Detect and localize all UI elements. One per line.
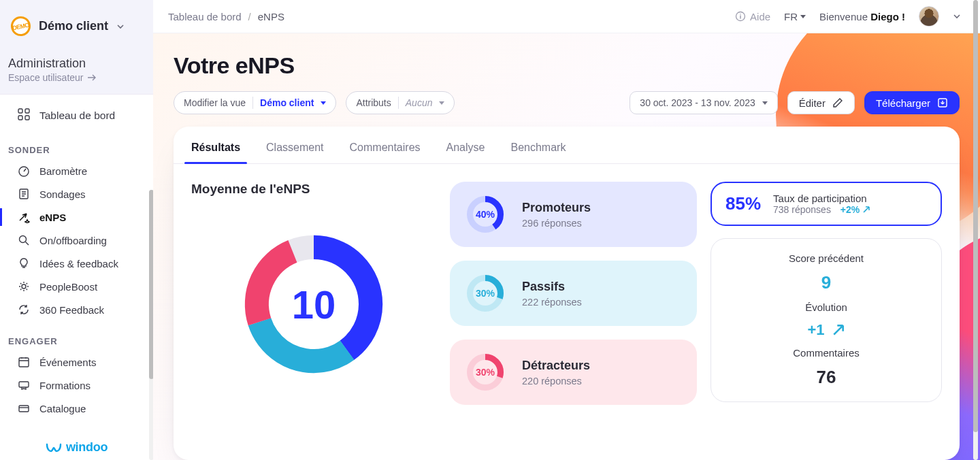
participation-pct: 85% [725, 193, 761, 214]
sidebar-item-evenements[interactable]: Événements [0, 350, 153, 374]
enps-score: 10 [239, 229, 389, 379]
magnify-icon [18, 234, 30, 246]
sidebar-item-label: Sondages [39, 188, 86, 200]
passifs-pct: 30% [465, 273, 506, 314]
caret-down-icon [762, 101, 768, 105]
sidebar-item-label: Baromètre [39, 165, 87, 177]
attribute-selector-label: Attributs [356, 97, 391, 108]
user-space-link[interactable]: Espace utilisateur [8, 72, 145, 83]
tab-analyse[interactable]: Analyse [446, 135, 485, 163]
detracteurs-pct: 30% [465, 352, 506, 393]
promoteurs-responses: 296 réponses [522, 218, 591, 229]
lang-label: FR [784, 11, 798, 22]
refresh-icon [18, 303, 30, 316]
topbar: Tableau de bord / eNPS Aide FR Bienvenue… [153, 0, 980, 33]
sidebar-item-formations[interactable]: Formations [0, 374, 153, 397]
sidebar-item-label: Catalogue [39, 403, 86, 414]
enps-average-block: Moyenne de l'eNPS [191, 182, 436, 405]
sidebar-item-ideas[interactable]: Idées & feedback [0, 252, 153, 275]
edit-button-label: Éditer [799, 97, 826, 109]
prev-score-label: Score précédent [725, 252, 928, 264]
sidebar-item-enps[interactable]: eNPS [0, 206, 153, 229]
arrow-right-icon [86, 72, 97, 83]
org-badge-icon: DEMO [9, 14, 32, 37]
caret-down-icon [439, 101, 444, 105]
svg-point-6 [20, 236, 27, 243]
sidebar-item-360feedback[interactable]: 360 Feedback [0, 298, 153, 321]
detracteurs-mini-donut: 30% [465, 352, 506, 393]
language-switcher[interactable]: FR [784, 11, 806, 22]
sidebar-item-barometre[interactable]: Baromètre [0, 159, 153, 182]
sidebar-item-label: Tableau de bord [39, 110, 115, 122]
sidebar-item-label: eNPS [39, 212, 66, 223]
survey-icon [18, 188, 30, 200]
help-label: Aide [750, 11, 770, 22]
evolution-label: Évolution [725, 301, 928, 313]
participation-delta: +2% [840, 204, 870, 215]
metric-passifs: 30% Passifs 222 réponses [450, 261, 697, 326]
participation-card: 85% Taux de participation 738 réponses +… [710, 182, 942, 226]
promoteurs-label: Promoteurs [522, 201, 591, 215]
nav-heading-sonder: SONDER [0, 130, 153, 159]
participation-label: Taux de participation [773, 193, 870, 204]
sidebar-item-onoffboarding[interactable]: On/offboarding [0, 229, 153, 252]
sidebar-item-dashboard[interactable]: Tableau de bord [0, 95, 153, 130]
welcome-prefix: Bienvenue [819, 11, 870, 22]
passifs-mini-donut: 30% [465, 273, 506, 314]
tab-commentaires[interactable]: Commentaires [350, 135, 421, 163]
participation-responses: 738 réponses [773, 204, 831, 215]
participation-sub: 738 réponses +2% [773, 204, 870, 215]
svg-rect-9 [19, 382, 29, 387]
edit-button[interactable]: Éditer [787, 91, 855, 114]
participation-delta-value: +2% [840, 204, 860, 215]
admin-block: Administration Espace utilisateur [0, 50, 153, 95]
brand-logo: windoo [0, 440, 153, 455]
summary-column: 85% Taux de participation 738 réponses +… [710, 182, 942, 405]
sidebar-item-sondages[interactable]: Sondages [0, 182, 153, 206]
detracteurs-responses: 220 réponses [522, 376, 590, 387]
chevron-down-icon[interactable] [953, 12, 961, 20]
sidebar-item-catalogue[interactable]: Catalogue [0, 397, 153, 420]
svg-rect-10 [19, 406, 29, 412]
sidebar-item-label: On/offboarding [39, 235, 107, 246]
org-switcher[interactable]: DEMO Démo client [0, 0, 153, 50]
separator [398, 97, 399, 109]
chevron-down-icon [116, 22, 125, 31]
svg-rect-3 [25, 116, 29, 120]
download-button-label: Télécharger [876, 97, 930, 109]
welcome-user: Diego ! [870, 11, 905, 22]
dashboard-icon [18, 108, 30, 123]
avatar[interactable] [919, 6, 939, 27]
svg-point-7 [22, 284, 26, 289]
breadcrumb: Tableau de bord / eNPS [168, 11, 284, 22]
help-link[interactable]: Aide [735, 11, 770, 22]
main-scrollbar[interactable] [973, 0, 978, 460]
attribute-selector-value: Aucun [406, 97, 433, 108]
sidebar: DEMO Démo client Administration Espace u… [0, 0, 153, 460]
download-button[interactable]: Télécharger [864, 91, 960, 114]
enps-breakdown: 40% Promoteurs 296 réponses 3 [450, 182, 697, 405]
enps-donut-chart: 10 [239, 229, 389, 379]
lightbulb-icon [18, 257, 30, 269]
comments-value: 76 [725, 367, 928, 388]
tab-resultats[interactable]: Résultats [191, 135, 240, 163]
detracteurs-label: Détracteurs [522, 359, 590, 373]
breadcrumb-root[interactable]: Tableau de bord [168, 11, 242, 22]
evolution-number: +1 [807, 321, 824, 339]
sidebar-nav: Tableau de bord SONDER Baromètre Sondage… [0, 95, 153, 460]
sidebar-item-label: Formations [39, 380, 91, 391]
attribute-selector[interactable]: Attributs Aucun [346, 91, 455, 114]
evolution-value: +1 [725, 321, 928, 339]
promoteurs-pct: 40% [465, 194, 506, 235]
info-icon [735, 11, 746, 22]
windoo-mark-icon [46, 442, 62, 454]
sidebar-item-peopleboost[interactable]: PeopleBoost [0, 275, 153, 298]
tab-benchmark[interactable]: Benchmark [510, 135, 566, 163]
date-range-picker[interactable]: 30 oct. 2023 - 13 nov. 2023 [630, 91, 777, 114]
sparkle-icon [18, 211, 30, 223]
promoteurs-mini-donut: 40% [465, 194, 506, 235]
page-title: Votre eNPS [174, 52, 960, 79]
controls-row: Modifier la vue Démo client Attributs Au… [174, 91, 960, 114]
tab-classement[interactable]: Classement [266, 135, 323, 163]
view-selector[interactable]: Modifier la vue Démo client [174, 91, 336, 114]
